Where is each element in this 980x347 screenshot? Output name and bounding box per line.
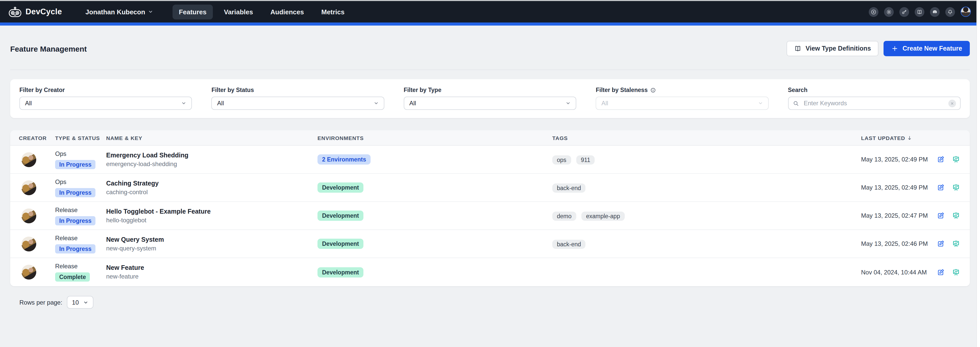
chevron-down-icon <box>566 101 571 106</box>
filter-status: Filter by Status All <box>212 87 384 110</box>
chevron-down-icon <box>148 9 153 14</box>
last-updated: May 13, 2025, 02:49 PM <box>861 156 937 163</box>
feature-name[interactable]: Emergency Load Shedding <box>106 152 318 159</box>
feature-metrics-button[interactable] <box>952 240 960 248</box>
user-avatar[interactable] <box>961 6 971 17</box>
top-nav: DevCycle Jonathan Kubecon Features Varia… <box>0 1 980 22</box>
edit-feature-button[interactable] <box>937 240 945 248</box>
chevron-down-icon <box>758 101 763 106</box>
view-type-definitions-label: View Type Definitions <box>805 45 871 52</box>
column-tags[interactable]: Tags <box>552 135 861 141</box>
feature-type: Release <box>55 263 106 270</box>
table-row[interactable]: Release In Progress Hello Togglebot - Ex… <box>10 202 970 230</box>
api-keys-button[interactable] <box>899 7 909 17</box>
last-updated: Nov 04, 2024, 10:44 AM <box>861 269 937 276</box>
search-icon <box>792 100 799 107</box>
environments-badge[interactable]: Development <box>318 182 363 193</box>
filter-creator-select[interactable]: All <box>19 97 192 110</box>
devcycle-logo[interactable]: DevCycle <box>8 6 62 17</box>
filter-staleness: Filter by Staleness All <box>596 87 768 110</box>
edit-pencil-icon <box>937 240 945 248</box>
tab-features[interactable]: Features <box>173 4 213 19</box>
rows-per-page-select[interactable]: 10 <box>67 296 94 309</box>
search-field <box>788 97 961 110</box>
filter-status-label: Filter by Status <box>212 87 384 93</box>
column-name-key[interactable]: Name & Key <box>106 135 318 141</box>
edit-pencil-icon <box>937 268 945 276</box>
org-selector[interactable]: Jonathan Kubecon <box>86 8 153 16</box>
feature-metrics-button[interactable] <box>952 155 960 163</box>
settings-button[interactable] <box>884 7 894 17</box>
status-badge: In Progress <box>55 216 96 225</box>
edit-feature-button[interactable] <box>937 155 945 163</box>
filter-status-select[interactable]: All <box>212 97 384 110</box>
feature-metrics-button[interactable] <box>952 268 960 276</box>
feature-name[interactable]: New Feature <box>106 264 318 271</box>
status-badge: In Progress <box>55 188 96 197</box>
tab-metrics[interactable]: Metrics <box>315 4 351 19</box>
scrollbar[interactable] <box>977 0 980 347</box>
tab-variables[interactable]: Variables <box>218 4 259 19</box>
filter-type-label: Filter by Type <box>404 87 576 93</box>
filter-search: Search <box>788 87 961 110</box>
page-title: Feature Management <box>10 44 87 53</box>
key-icon <box>901 9 907 14</box>
environments-badge[interactable]: Development <box>318 239 363 249</box>
feature-metrics-button[interactable] <box>952 184 960 192</box>
feature-metrics-button[interactable] <box>952 211 960 220</box>
create-new-feature-label: Create New Feature <box>903 45 962 52</box>
sort-descending-icon[interactable] <box>907 135 912 140</box>
tab-audiences[interactable]: Audiences <box>264 4 310 19</box>
column-type-status[interactable]: Type & Status <box>55 135 106 141</box>
notifications-button[interactable] <box>945 7 955 17</box>
book-icon <box>794 45 801 52</box>
feature-type: Release <box>55 206 106 213</box>
chart-board-icon <box>952 184 960 192</box>
feature-name[interactable]: New Query System <box>106 236 318 243</box>
discord-button[interactable] <box>930 7 940 17</box>
edit-feature-button[interactable] <box>937 211 945 220</box>
table-row[interactable]: Release Complete New Feature new-feature… <box>10 258 970 286</box>
table-footer: Rows per page: 10 <box>19 296 980 309</box>
edit-pencil-icon <box>937 155 945 163</box>
feature-name[interactable]: Caching Strategy <box>106 180 318 187</box>
column-last-updated[interactable]: Last Updated <box>861 135 937 141</box>
feature-type: Ops <box>55 178 106 185</box>
environments-badge[interactable]: 2 Environments <box>318 154 371 165</box>
environments-badge[interactable]: Development <box>318 211 363 221</box>
bell-icon <box>947 9 953 14</box>
creator-avatar <box>21 180 36 195</box>
table-row[interactable]: Release In Progress New Query System new… <box>10 230 970 258</box>
header-divider <box>10 69 970 70</box>
search-label: Search <box>788 87 961 93</box>
feature-name[interactable]: Hello Togglebot - Example Feature <box>106 208 318 215</box>
plus-icon <box>891 45 899 52</box>
add-circle-button[interactable] <box>869 7 878 17</box>
chart-board-icon <box>952 240 960 248</box>
filter-type-value: All <box>409 100 416 107</box>
info-icon[interactable] <box>650 87 656 93</box>
feature-type: Release <box>55 234 106 241</box>
creator-avatar <box>21 208 36 223</box>
edit-feature-button[interactable] <box>937 184 945 192</box>
status-badge: In Progress <box>55 160 96 169</box>
table-row[interactable]: Ops In Progress Caching Strategy caching… <box>10 174 970 202</box>
creator-avatar <box>21 265 36 280</box>
filter-creator-label: Filter by Creator <box>19 87 192 93</box>
documentation-button[interactable] <box>915 7 924 17</box>
edit-feature-button[interactable] <box>937 268 945 276</box>
clear-search-button[interactable] <box>948 99 956 107</box>
column-environments[interactable]: Environments <box>318 135 552 141</box>
environments-badge[interactable]: Development <box>318 267 363 277</box>
search-input[interactable] <box>803 99 945 107</box>
last-updated: May 13, 2025, 02:49 PM <box>861 184 937 191</box>
creator-avatar <box>21 237 36 251</box>
create-new-feature-button[interactable]: Create New Feature <box>884 41 970 56</box>
column-creator[interactable]: Creator <box>19 135 55 141</box>
filter-staleness-value: All <box>601 100 608 107</box>
table-row[interactable]: Ops In Progress Emergency Load Shedding … <box>10 146 970 174</box>
filter-type: Filter by Type All <box>404 87 576 110</box>
view-type-definitions-button[interactable]: View Type Definitions <box>787 41 878 56</box>
gear-icon <box>886 9 892 14</box>
filter-type-select[interactable]: All <box>404 97 576 110</box>
